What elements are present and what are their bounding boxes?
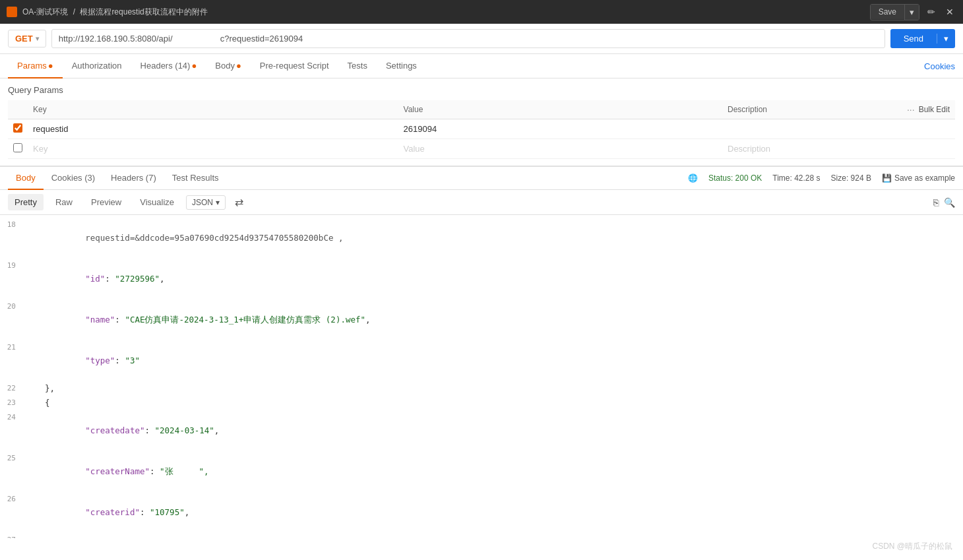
save-as-example-button[interactable]: 💾 Save as example bbox=[882, 173, 955, 183]
format-arrow-icon: ▾ bbox=[216, 198, 220, 207]
col-checkbox-header bbox=[8, 100, 28, 119]
table-row: requestid 2619094 bbox=[8, 119, 955, 139]
edit-icon[interactable]: ✏ bbox=[925, 4, 938, 20]
method-arrow-icon: ▾ bbox=[36, 35, 39, 42]
row-checkbox[interactable] bbox=[13, 123, 22, 133]
code-line-26: 26 "createrid": "10795", bbox=[0, 492, 963, 533]
response-time: Time: 42.28 s bbox=[772, 173, 820, 183]
code-line-22: 22 }, bbox=[0, 381, 963, 396]
code-line-21: 21 "type": "3" bbox=[0, 340, 963, 381]
top-bar: OA-测试环境 / 根据流程requestid获取流程中的附件 Save ▾ ✏… bbox=[0, 0, 963, 24]
tab-authorization[interactable]: Authorization bbox=[63, 54, 131, 78]
code-line-23: 23 { bbox=[0, 396, 963, 410]
tab-body[interactable]: Body● bbox=[206, 54, 251, 78]
row-value-cell[interactable]: 2619094 bbox=[398, 119, 722, 139]
status-badge: Status: 200 OK bbox=[708, 173, 762, 183]
col-desc-header: Description ··· Bulk Edit bbox=[722, 100, 955, 119]
resp-tab-body[interactable]: Body bbox=[8, 167, 44, 190]
query-params-section: Query Params Key Value Description ··· B… bbox=[0, 78, 963, 166]
bulk-edit-dots-icon[interactable]: ··· bbox=[907, 104, 915, 115]
url-bar: GET ▾ Send ▾ bbox=[0, 24, 963, 54]
send-dropdown-icon[interactable]: ▾ bbox=[937, 34, 955, 44]
body-tab-pretty[interactable]: Pretty bbox=[8, 194, 44, 210]
wrap-icon[interactable]: ⇄ bbox=[231, 195, 247, 210]
save-button-group[interactable]: Save ▾ bbox=[870, 4, 919, 20]
method-select[interactable]: GET ▾ bbox=[8, 30, 46, 47]
body-tab-visualize[interactable]: Visualize bbox=[133, 194, 181, 210]
format-select[interactable]: JSON ▾ bbox=[186, 195, 226, 210]
resp-tab-cookies[interactable]: Cookies (3) bbox=[44, 167, 103, 190]
tab-headers[interactable]: Headers (14)● bbox=[131, 54, 206, 78]
tab-params[interactable]: Params● bbox=[8, 54, 63, 78]
globe-icon: 🌐 bbox=[688, 173, 698, 183]
code-line-20: 20 "name": "CAE仿真申请-2024-3-13_1+申请人创建仿真需… bbox=[0, 299, 963, 340]
bulk-edit-label[interactable]: Bulk Edit bbox=[919, 105, 950, 114]
table-row-empty: Key Value Description bbox=[8, 139, 955, 159]
body-tab-raw[interactable]: Raw bbox=[49, 194, 79, 210]
row-desc-cell[interactable] bbox=[722, 119, 955, 139]
search-icon-btn[interactable]: 🔍 bbox=[944, 197, 955, 208]
save-dropdown-button[interactable]: ▾ bbox=[904, 5, 919, 20]
params-title: Query Params bbox=[8, 85, 955, 95]
save-example-icon: 💾 bbox=[882, 173, 892, 183]
top-bar-actions: Save ▾ ✏ ✕ bbox=[870, 4, 956, 20]
empty-row-checkbox[interactable] bbox=[13, 143, 22, 152]
send-button[interactable]: Send ▾ bbox=[890, 29, 955, 48]
tab-settings[interactable]: Settings bbox=[377, 54, 426, 78]
body-toolbar: Pretty Raw Preview Visualize JSON ▾ ⇄ ⎘ … bbox=[0, 190, 963, 215]
row-checkbox-cell[interactable] bbox=[8, 119, 28, 139]
save-button[interactable]: Save bbox=[871, 5, 904, 19]
close-icon[interactable]: ✕ bbox=[943, 4, 956, 20]
code-line-19: 19 "id": "2729596", bbox=[0, 259, 963, 299]
code-line-27: 27 "createtime": "17:20:40", bbox=[0, 533, 963, 538]
code-line-18: 18 requestid=&ddcode=95a07690cd9254d9375… bbox=[0, 218, 963, 259]
tab-tests[interactable]: Tests bbox=[338, 54, 377, 78]
resp-tab-headers[interactable]: Headers (7) bbox=[103, 167, 164, 190]
row-key-cell[interactable]: requestid bbox=[28, 119, 398, 139]
body-tab-preview[interactable]: Preview bbox=[84, 194, 128, 210]
col-value-header: Value bbox=[398, 100, 722, 119]
app-logo bbox=[7, 7, 17, 17]
response-size: Size: 924 B bbox=[831, 173, 871, 183]
resp-tab-test-results[interactable]: Test Results bbox=[164, 167, 227, 190]
cookies-link[interactable]: Cookies bbox=[924, 61, 955, 71]
response-tabs: Body Cookies (3) Headers (7) Test Result… bbox=[0, 166, 963, 190]
params-table: Key Value Description ··· Bulk Edit bbox=[8, 100, 955, 159]
col-key-header: Key bbox=[28, 100, 398, 119]
tab-pre-request-script[interactable]: Pre-request Script bbox=[251, 54, 338, 78]
body-toolbar-right: ⎘ 🔍 bbox=[933, 197, 955, 208]
response-body: 18 requestid=&ddcode=95a07690cd9254d9375… bbox=[0, 215, 963, 538]
code-line-24: 24 "createdate": "2024-03-14", bbox=[0, 410, 963, 451]
url-input[interactable] bbox=[51, 29, 885, 48]
request-tabs: Params● Authorization Headers (14)● Body… bbox=[0, 54, 963, 78]
response-status: 🌐 Status: 200 OK Time: 42.28 s Size: 924… bbox=[688, 173, 955, 183]
copy-icon[interactable]: ⎘ bbox=[933, 197, 939, 208]
code-line-25: 25 "createrName": "张 ", bbox=[0, 451, 963, 492]
breadcrumb: OA-测试环境 / 根据流程requestid获取流程中的附件 bbox=[22, 7, 208, 18]
